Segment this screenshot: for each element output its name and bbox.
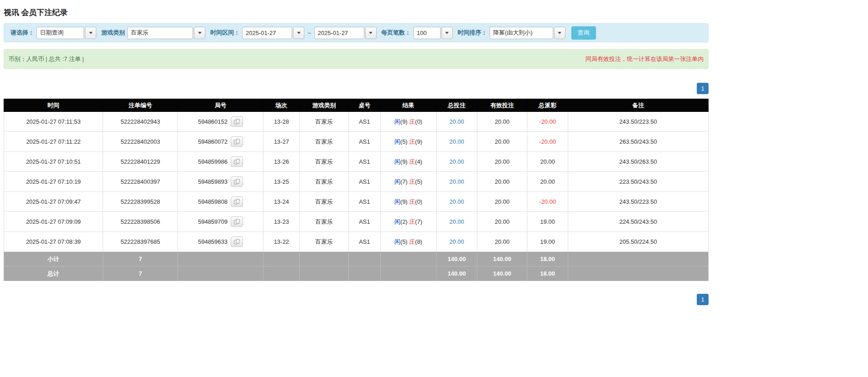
total-bet-link[interactable]: 20.00 [449, 118, 464, 125]
result-cell: 闲(9) 庄(0) [381, 112, 436, 132]
result-cell: 闲(5) 庄(9) [381, 132, 436, 152]
result-player-score: (2) [400, 218, 407, 225]
total-count: 7 [103, 266, 178, 281]
bet-id-cell: 522228398506 [103, 212, 178, 232]
total-bet-cell: 20.00 [436, 172, 477, 192]
select-type-label: 请选择： [10, 29, 34, 37]
game-type-input[interactable] [127, 27, 193, 39]
total-bet-link[interactable]: 20.00 [449, 138, 464, 145]
col-header-session: 场次 [263, 99, 300, 112]
session-cell: 13-24 [263, 192, 300, 212]
game-type-dropdown-button[interactable] [194, 27, 205, 39]
result-cell: 闲(7) 庄(5) [381, 172, 436, 192]
result-player-score: (5) [400, 238, 407, 245]
result-player-score: (7) [400, 178, 407, 185]
bet-id-cell: 522228397685 [103, 232, 178, 252]
table-no-cell: AS1 [349, 132, 381, 152]
result-cell: 闲(5) 庄(8) [381, 232, 436, 252]
col-header-table-no: 桌号 [349, 99, 381, 112]
round-cell: 594859893 [178, 172, 263, 192]
subtotal-count: 7 [103, 252, 178, 266]
game-type-cell: 百家乐 [300, 192, 349, 212]
total-bet-link[interactable]: 20.00 [449, 198, 464, 205]
bet-id-cell: 522228402003 [103, 132, 178, 152]
replay-button[interactable] [231, 216, 243, 227]
replay-button[interactable] [231, 136, 243, 147]
remark-cell: 223.50/243.50 [568, 172, 709, 192]
total-row: 总计 7 140.00 140.00 18.00 [4, 266, 709, 281]
replay-button[interactable] [231, 196, 243, 207]
result-player-score: (9) [400, 118, 407, 125]
subtotal-label: 小计 [4, 252, 103, 266]
search-button[interactable]: 查询 [571, 26, 596, 40]
table-row: 2025-01-27 07:08:39 522228397685 5948596… [4, 232, 709, 252]
date-range-label: 时间区间： [210, 29, 240, 37]
time-sort-input[interactable] [490, 27, 553, 39]
remark-cell: 205.50/224.50 [568, 232, 709, 252]
valid-bet-cell: 20.00 [477, 172, 527, 192]
result-player-label: 闲 [394, 218, 400, 225]
total-bet-link[interactable]: 20.00 [449, 158, 464, 165]
bet-records-table: 时间 注单编号 局号 场次 游戏类别 桌号 结果 总投注 有效投注 总派彩 备注… [4, 99, 709, 281]
total-bet-link[interactable]: 20.00 [449, 238, 464, 245]
table-row: 2025-01-27 07:09:09 522228398506 5948597… [4, 212, 709, 232]
page-button-1-bottom[interactable]: 1 [697, 294, 709, 305]
result-banker-score: (4) [415, 158, 422, 165]
total-bet-link[interactable]: 20.00 [449, 218, 464, 225]
replay-button[interactable] [231, 236, 243, 247]
col-header-total-bet: 总投注 [436, 99, 477, 112]
cards-icon [233, 219, 240, 225]
result-player-score: (5) [400, 138, 407, 145]
round-id: 594859709 [198, 218, 228, 225]
caret-down-icon [558, 32, 561, 34]
cards-icon [233, 199, 240, 205]
replay-button[interactable] [231, 176, 243, 187]
caret-down-icon [198, 32, 202, 34]
replay-button[interactable] [231, 156, 243, 167]
cards-icon [233, 119, 240, 125]
page-button-1[interactable]: 1 [697, 83, 709, 94]
time-cell: 2025-01-27 07:09:09 [4, 212, 103, 232]
page-size-input[interactable] [413, 27, 441, 39]
game-type-label: 游戏类别 [101, 29, 125, 37]
replay-button[interactable] [231, 116, 243, 127]
date-to-dropdown-button[interactable] [365, 27, 377, 39]
result-banker-label: 庄 [409, 178, 415, 185]
date-from-input[interactable] [242, 27, 292, 39]
date-from-dropdown-button[interactable] [293, 27, 304, 39]
round-id: 594859633 [198, 238, 228, 245]
round-cell: 594859986 [178, 152, 263, 172]
payout-value: 20.00 [540, 178, 555, 185]
valid-bet-notice: 同局有效投注，统一计算在该局第一张注单内 [585, 55, 704, 63]
caret-down-icon [369, 32, 372, 34]
total-bet-cell: 20.00 [436, 152, 477, 172]
total-payout: 18.00 [527, 266, 568, 281]
table-no-cell: AS1 [349, 152, 381, 172]
table-summary-body: 小计 7 140.00 140.00 18.00 总计 7 1 [4, 252, 709, 281]
time-cell: 2025-01-27 07:10:51 [4, 152, 103, 172]
result-banker-label: 庄 [409, 218, 415, 225]
col-header-valid-bet: 有效投注 [477, 99, 527, 112]
result-cell: 闲(9) 庄(4) [381, 152, 436, 172]
total-bet-link[interactable]: 20.00 [449, 178, 464, 185]
round-cell: 594860072 [178, 132, 263, 152]
result-player-score: (9) [400, 158, 407, 165]
round-cell: 594860152 [178, 112, 263, 132]
date-to-input[interactable] [314, 27, 364, 39]
time-cell: 2025-01-27 07:10:19 [4, 172, 103, 192]
col-header-remark: 备注 [568, 99, 709, 112]
payout-value: -20.00 [539, 118, 556, 125]
result-player-score: (9) [400, 198, 407, 205]
caret-down-icon [89, 32, 93, 34]
total-bet-cell: 20.00 [436, 232, 477, 252]
select-type-input[interactable] [36, 27, 84, 39]
date-to-combobox [314, 27, 377, 39]
round-cell: 594859709 [178, 212, 263, 232]
round-cell: 594859808 [178, 192, 263, 212]
page-size-dropdown-button[interactable] [441, 27, 453, 39]
result-banker-score: (8) [415, 238, 422, 245]
bet-id-cell: 522228399528 [103, 192, 178, 212]
select-type-dropdown-button[interactable] [85, 27, 96, 39]
session-cell: 13-26 [263, 152, 300, 172]
time-sort-dropdown-button[interactable] [554, 27, 565, 39]
